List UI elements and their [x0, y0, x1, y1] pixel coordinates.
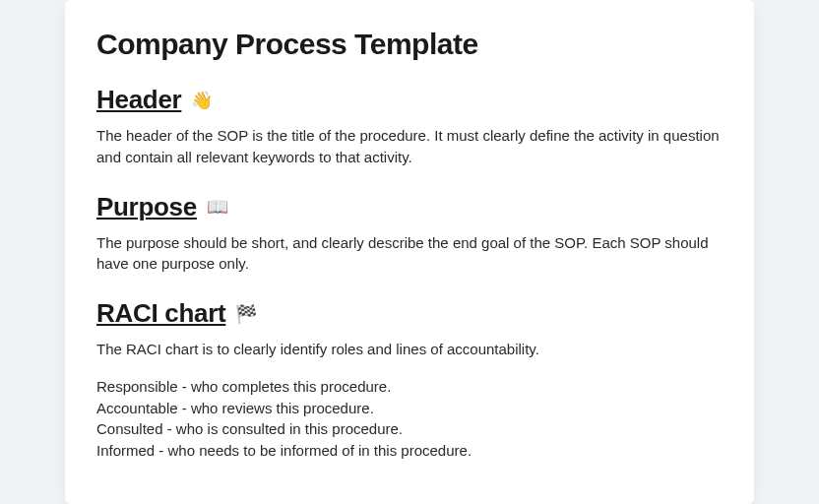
section-paragraph: Informed - who needs to be informed of i…: [96, 440, 723, 462]
section-heading-row: RACI chart 🏁: [96, 298, 723, 329]
section-heading: Purpose: [96, 192, 197, 222]
wave-icon: 👋: [191, 92, 213, 109]
document-card: Company Process Template Header 👋 The he…: [65, 0, 754, 504]
page-title: Company Process Template: [96, 28, 723, 61]
section-body: The RACI chart is to clearly identify ro…: [96, 339, 723, 462]
section-paragraph: The purpose should be short, and clearly…: [96, 232, 723, 276]
section-purpose: Purpose 📖 The purpose should be short, a…: [96, 192, 723, 276]
section-raci: RACI chart 🏁 The RACI chart is to clearl…: [96, 298, 723, 462]
flag-icon: 🏁: [235, 305, 257, 323]
section-heading: RACI chart: [96, 298, 225, 329]
section-heading-row: Header 👋: [96, 85, 723, 115]
book-icon: 📖: [207, 198, 228, 216]
section-paragraph: Responsible - who completes this procedu…: [96, 376, 723, 398]
section-paragraph: The header of the SOP is the title of th…: [96, 125, 723, 168]
section-paragraph: Consulted - who is consulted in this pro…: [96, 418, 723, 440]
section-heading: Header: [96, 85, 181, 115]
section-body: The header of the SOP is the title of th…: [96, 125, 723, 168]
spacer: [96, 360, 723, 376]
section-heading-row: Purpose 📖: [96, 192, 723, 222]
section-paragraph: The RACI chart is to clearly identify ro…: [96, 339, 723, 360]
section-paragraph: Accountable - who reviews this procedure…: [96, 398, 723, 419]
section-body: The purpose should be short, and clearly…: [96, 232, 723, 276]
section-header: Header 👋 The header of the SOP is the ti…: [96, 85, 723, 168]
